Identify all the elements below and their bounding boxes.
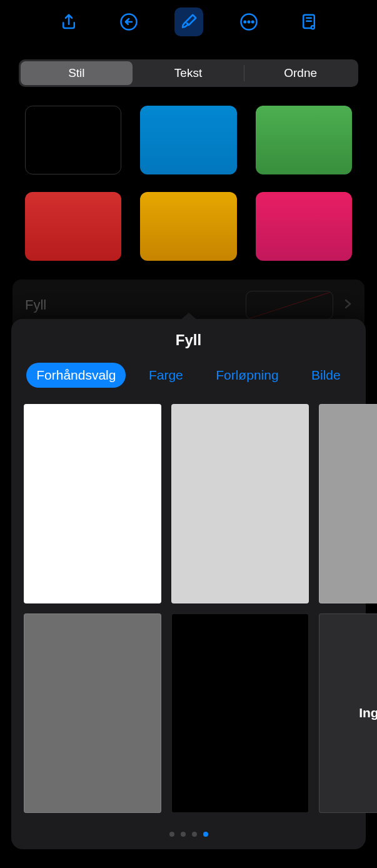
- format-segments: Stil Tekst Ordne: [19, 59, 358, 87]
- svg-point-7: [311, 26, 313, 28]
- color-swatch-orange[interactable]: [140, 192, 236, 261]
- tab-label: Bilde: [311, 368, 341, 382]
- more-icon[interactable]: [234, 8, 263, 36]
- preset-dark-gray[interactable]: [24, 613, 161, 813]
- chevron-right-icon: [343, 298, 352, 313]
- tab-image[interactable]: Bilde: [301, 363, 351, 388]
- popup-title: Fyll: [11, 331, 366, 349]
- preset-white[interactable]: [24, 404, 161, 603]
- tab-gradient[interactable]: Forløpning: [206, 363, 288, 388]
- segment-label: Tekst: [174, 66, 202, 80]
- format-brush-icon[interactable]: [174, 8, 203, 36]
- reading-mode-icon[interactable]: [294, 8, 323, 36]
- preset-none-label: Ingen fyll: [359, 705, 377, 720]
- preset-grid: Ingen fyll: [11, 404, 366, 813]
- tab-label: Forhåndsvalg: [36, 368, 116, 382]
- color-swatch-blue[interactable]: [140, 106, 236, 174]
- preset-none[interactable]: Ingen fyll: [319, 613, 377, 813]
- page-indicator[interactable]: [11, 832, 366, 837]
- preset-light-gray[interactable]: [171, 404, 309, 603]
- preset-gray[interactable]: [319, 404, 377, 603]
- svg-point-2: [244, 21, 246, 23]
- segment-style[interactable]: Stil: [21, 61, 133, 85]
- page-dot: [192, 832, 197, 837]
- color-swatch-pink[interactable]: [256, 192, 352, 261]
- style-color-grid: [0, 99, 377, 280]
- segment-label: Stil: [68, 66, 84, 80]
- segment-label: Ordne: [284, 66, 317, 80]
- color-swatch-green[interactable]: [256, 106, 352, 174]
- page-dot: [181, 832, 186, 837]
- fill-preview-none: [246, 291, 333, 320]
- page-dot-active: [203, 832, 208, 837]
- fill-row-label: Fyll: [25, 297, 46, 313]
- page-dot: [169, 832, 174, 837]
- tab-label: Farge: [149, 368, 183, 382]
- popup-tabs: Forhåndsvalg Farge Forløpning Bilde: [11, 363, 366, 388]
- share-icon[interactable]: [54, 8, 83, 36]
- preset-black[interactable]: [171, 613, 309, 813]
- tab-color[interactable]: Farge: [139, 363, 193, 388]
- tab-label: Forløpning: [216, 368, 278, 382]
- svg-point-3: [248, 21, 249, 23]
- color-swatch-red[interactable]: [25, 192, 121, 261]
- segment-text[interactable]: Tekst: [133, 61, 244, 85]
- svg-point-4: [252, 21, 254, 23]
- fill-popup: Fyll Forhåndsvalg Farge Forløpning Bilde…: [11, 319, 366, 849]
- segment-arrange[interactable]: Ordne: [244, 61, 356, 85]
- toolbar: [0, 0, 377, 44]
- color-swatch-black[interactable]: [25, 106, 121, 174]
- undo-icon[interactable]: [114, 8, 143, 36]
- tab-preset[interactable]: Forhåndsvalg: [26, 363, 126, 388]
